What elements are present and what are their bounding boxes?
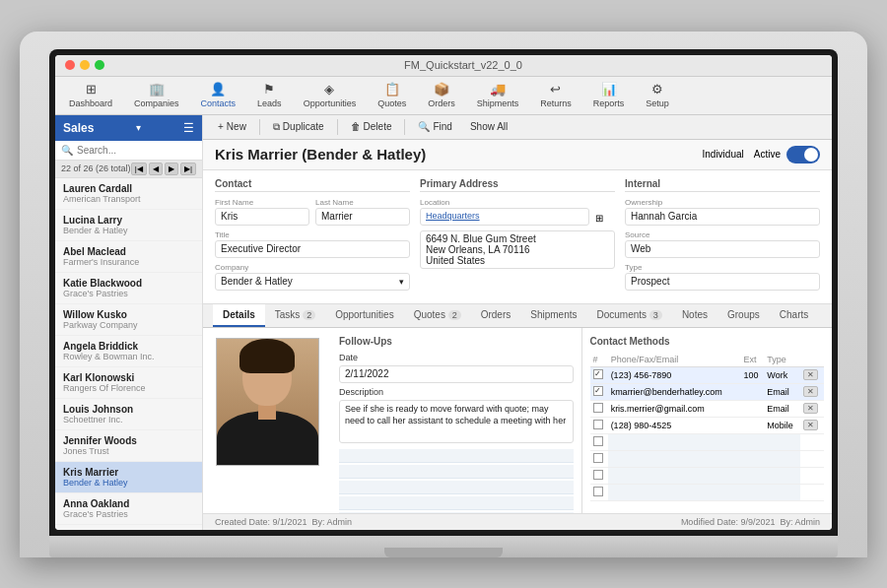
tab-badge-quotes: 2 [448,310,461,320]
sidebar-item[interactable]: Lucina Larry Bender & Hatley [55,210,202,241]
nav-setup[interactable]: ⚙ Setup [642,81,673,110]
cm-type: Email [767,404,789,414]
record-header: Kris Marrier (Bender & Hatley) Individua… [203,140,832,170]
description-label: Description [339,387,383,397]
sidebar-item[interactable]: Anna Oakland Grace's Pastries [55,493,202,525]
sidebar-first-btn[interactable]: |◀ [131,163,147,175]
nav-orders[interactable]: 📦 Orders [424,81,459,110]
cm-value: (128) 980-4525 [611,421,672,430]
company-value[interactable]: Bender & Hatley ▾ [215,273,410,291]
sidebar-item-name: Karl Klonowski [63,372,194,383]
sidebar-item[interactable]: Louis Johnson Schoettner Inc. [55,399,202,430]
sidebar-dropdown-icon[interactable]: ▾ [136,122,141,133]
cm-checkbox[interactable] [593,420,603,429]
cm-delete-button[interactable]: ✕ [803,386,818,397]
address-expand-icon[interactable]: ⊞ [595,213,603,224]
nav-reports[interactable]: 📊 Reports [589,81,629,110]
nav-returns[interactable]: ↩ Returns [536,81,576,110]
new-button[interactable]: + New [213,119,251,134]
find-button[interactable]: 🔍 Find [413,119,456,134]
quotes-icon: 📋 [383,83,401,97]
cm-checkbox-empty[interactable] [593,453,603,463]
address-value[interactable]: 6649 N. Blue Gum Street New Orleans, LA … [420,230,615,269]
location-value[interactable]: Headquarters [420,208,589,226]
nav-shipments[interactable]: 🚚 Shipments [473,81,523,110]
sidebar-next-btn[interactable]: ▶ [165,163,178,175]
sidebar-item[interactable]: Kris Marrier Bender & Hatley [55,462,202,493]
tab-orders[interactable]: Orders [471,304,521,327]
cm-checkbox[interactable] [593,369,603,379]
sidebar-item[interactable]: Karl Klonowski Rangers Of Florence [55,367,202,399]
sidebar-last-btn[interactable]: ▶| [180,163,196,175]
modified-info: Modified Date: 9/9/2021 By: Admin [681,517,820,527]
tab-groups[interactable]: Groups [717,304,770,327]
nav-companies[interactable]: 🏢 Companies [130,81,183,110]
sidebar-prev-btn[interactable]: ◀ [149,163,163,175]
sidebar-item[interactable]: Victor Arnould Myriad Destinations [55,525,202,530]
tab-quotes[interactable]: Quotes 2 [404,304,471,327]
search-input[interactable] [77,145,202,156]
followups-title: Follow-Ups [339,336,574,347]
tab-tasks[interactable]: Tasks 2 [265,304,325,327]
sidebar-item[interactable]: Jennifer Woods Jones Trust [55,430,202,462]
active-toggle[interactable] [786,146,820,163]
nav-contacts[interactable]: 👤 Contacts [197,81,240,110]
source-value[interactable]: Web [625,240,820,258]
sidebar-item-name: Kris Marrier [63,467,194,478]
contact-methods-table: # Phone/Fax/Email Ext Type (123) 456-78 [590,353,825,501]
show-all-button[interactable]: Show All [465,119,512,134]
cm-delete-button[interactable]: ✕ [803,369,818,380]
last-name-value[interactable]: Marrier [315,208,410,226]
cm-value: kris.merrier@gmail.com [611,404,705,414]
tab-documents[interactable]: Documents 3 [587,304,672,327]
contact-photo[interactable] [216,338,319,466]
cm-checkbox-empty[interactable] [593,436,603,446]
sidebar-item[interactable]: Angela Briddick Rowley & Bowman Inc. [55,336,202,367]
delete-button[interactable]: 🗑 Delete [346,119,397,134]
contacts-icon: 👤 [209,83,227,97]
sidebar-item[interactable]: Willow Kusko Parkway Company [55,304,202,336]
first-name-label: First Name [215,198,309,207]
minimize-dot[interactable] [80,60,90,70]
nav-quotes[interactable]: 📋 Quotes [374,81,410,110]
maximize-dot[interactable] [95,60,104,70]
followup-description[interactable]: See if she is ready to move forward with… [339,400,574,443]
close-dot[interactable] [65,60,75,70]
tab-details[interactable]: Details [213,304,265,327]
sidebar: Sales ▾ ☰ 🔍 ☰ 22 of 26 (26 total) [55,115,203,530]
cm-checkbox-empty[interactable] [593,470,603,480]
sidebar-item[interactable]: Lauren Cardall American Transport [55,178,202,210]
sidebar-item[interactable]: Katie Blackwood Grace's Pastries [55,273,202,304]
cm-value: kmarrier@benderhatley.com [611,387,722,397]
sidebar-item[interactable]: Abel Maclead Farmer's Insurance [55,241,202,273]
ownership-value[interactable]: Hannah Garcia [625,208,820,226]
last-name-field: Last Name Marrier [315,198,410,226]
sidebar-menu-icon[interactable]: ☰ [183,121,194,135]
tab-charts[interactable]: Charts [770,304,818,327]
setup-icon: ⚙ [648,83,666,97]
cm-checkbox[interactable] [593,386,603,396]
created-info: Created Date: 9/1/2021 By: Admin [215,517,352,527]
tab-shipments[interactable]: Shipments [520,304,586,327]
cm-delete-button[interactable]: ✕ [803,420,818,430]
first-name-value[interactable]: Kris [215,208,309,226]
nav-opportunities[interactable]: ◈ Opportunities [300,81,361,110]
cm-ext: 100 [744,370,759,380]
company-dropdown-icon: ▾ [399,277,404,287]
tab-opportunities[interactable]: Opportunities [325,304,403,327]
type-value[interactable]: Prospect [625,273,820,291]
cm-delete-button[interactable]: ✕ [803,403,818,414]
date-label: Date [339,353,358,362]
tab-notes[interactable]: Notes [672,304,717,327]
title-value[interactable]: Executive Director [215,240,410,258]
followup-date-value[interactable]: 2/11/2022 [339,365,574,383]
cm-checkbox-empty[interactable] [593,487,603,496]
location-label: Location [420,198,589,207]
nav-dashboard[interactable]: ⊞ Dashboard [65,81,116,110]
laptop-notch [384,548,503,557]
ownership-field: Ownership Hannah Garcia [625,198,820,226]
nav-leads[interactable]: ⚑ Leads [253,81,286,110]
duplicate-button[interactable]: ⧉ Duplicate [268,119,329,135]
hair [239,339,295,373]
cm-checkbox[interactable] [593,403,603,413]
